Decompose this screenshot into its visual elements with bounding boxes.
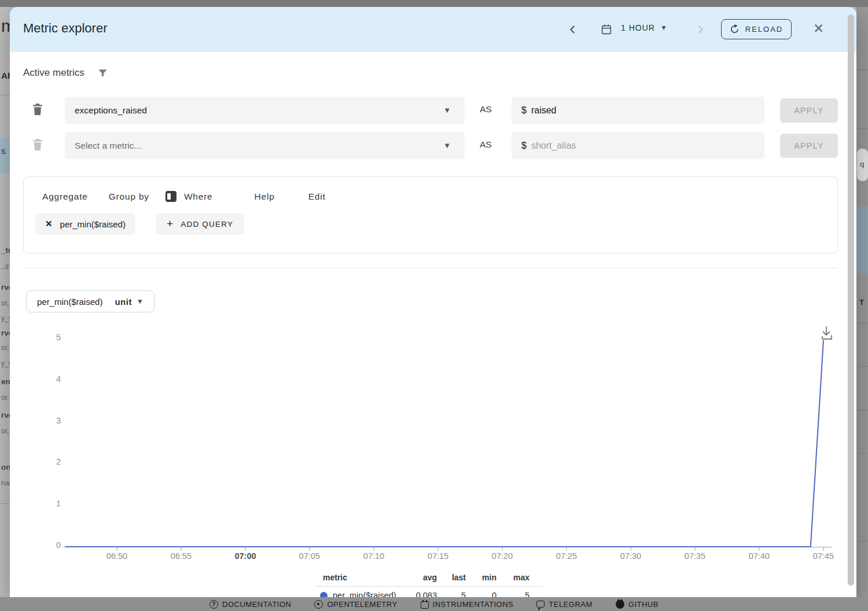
chevron-left-icon — [566, 23, 579, 36]
background-divider — [0, 503, 10, 504]
reload-button[interactable]: RELOAD — [721, 19, 792, 39]
legend-header-metric: metric — [315, 573, 402, 582]
metric-select[interactable]: Select a metric... ▼ — [65, 132, 465, 159]
background-text-fragment: _tr — [1, 246, 10, 255]
delete-metric-icon[interactable] — [31, 102, 44, 117]
window-top-bar — [0, 0, 868, 7]
chevron-down-icon: ▼ — [660, 24, 668, 32]
add-query-button[interactable]: + ADD QUERY — [156, 213, 244, 235]
background-divider — [856, 410, 868, 410]
add-query-label: ADD QUERY — [181, 220, 233, 229]
background-divider — [856, 128, 868, 129]
legend-divider — [315, 586, 542, 587]
time-range-value: 1 HOUR — [621, 23, 655, 32]
background-text-fragment: _g — [1, 262, 9, 269]
background-text-fragment: or, — [1, 393, 9, 402]
x-axis-tick-label: 07:10 — [348, 551, 400, 561]
calendar-button[interactable] — [598, 21, 615, 38]
background-text-fragment: m — [1, 16, 10, 36]
series-name: per_min($raised) — [37, 297, 102, 307]
tab-help[interactable]: Help — [255, 192, 275, 202]
apply-button[interactable]: APPLY — [780, 134, 838, 158]
background-page-left: m AR s _tr _g rve or, y_s rve or, y_s en… — [0, 7, 10, 611]
legend-header-min: min — [466, 573, 496, 582]
time-range-dropdown[interactable]: 1 HOUR ▼ — [621, 23, 668, 32]
x-axis-tick-label: 07:45 — [797, 551, 849, 561]
github-link[interactable]: GITHUB — [616, 600, 659, 609]
legend-header-avg: avg — [402, 573, 437, 582]
legend-header-last: last — [437, 573, 466, 582]
alias-input[interactable]: $ short_alias — [512, 132, 764, 159]
documentation-link[interactable]: ? DOCUMENTATION — [209, 600, 291, 609]
dialog-header: Metric explorer 1 HOUR ▼ RELOAD ✕ — [10, 7, 856, 52]
remove-query-icon[interactable]: ✕ — [45, 219, 53, 229]
x-axis-tick-label: 07:25 — [540, 551, 593, 561]
where-toggle-icon[interactable] — [165, 191, 176, 202]
filter-icon[interactable] — [97, 68, 108, 79]
x-axis-tick-label: 06:55 — [155, 551, 207, 561]
query-tabs: Aggregate Group by Where Help Edit — [42, 191, 326, 202]
alias-input[interactable]: $ raised — [512, 97, 764, 124]
chevron-down-icon: ▼ — [137, 297, 144, 306]
prev-time-button[interactable] — [564, 21, 580, 38]
close-icon[interactable]: ✕ — [813, 21, 824, 36]
delete-metric-icon[interactable] — [31, 137, 44, 152]
background-divider — [856, 541, 868, 542]
tab-group-by[interactable]: Group by — [109, 192, 149, 202]
background-text-fragment: rve — [1, 411, 10, 419]
telegram-icon — [536, 601, 545, 608]
background-text-fragment: y_s — [1, 359, 10, 367]
chart-canvas[interactable] — [10, 331, 846, 558]
chart-legend: metric avg last min max per_min($raised)… — [315, 573, 542, 600]
active-metrics-row: Active metrics — [23, 67, 108, 79]
instrumentations-label: INSTRUMENTATIONS — [433, 600, 514, 609]
x-axis-tick-label: 07:15 — [412, 551, 464, 561]
refresh-icon — [730, 24, 740, 34]
download-icon — [819, 325, 834, 343]
metric-row: exceptions_raised ▼ AS $ raised APPLY — [10, 97, 856, 124]
opentelemetry-icon — [314, 600, 323, 609]
github-label: GITHUB — [628, 600, 659, 609]
instrumentations-link[interactable]: INSTRUMENTATIONS — [421, 600, 514, 609]
background-text-fragment: ons — [1, 463, 10, 472]
telegram-link[interactable]: TELEGRAM — [536, 600, 593, 609]
download-chart-button[interactable] — [819, 325, 834, 345]
background-text-fragment: AR — [1, 71, 10, 80]
background-text-fragment: or, — [1, 427, 9, 435]
section-divider — [23, 268, 838, 268]
background-page-right: q T — [856, 7, 868, 611]
background-text-fragment: ent — [1, 377, 10, 386]
chevron-right-icon — [694, 23, 707, 36]
metric-select[interactable]: exceptions_raised ▼ — [65, 97, 465, 124]
background-selected-row — [856, 207, 868, 273]
unit-label: unit — [115, 297, 132, 307]
metric-row: Select a metric... ▼ AS $ short_alias AP… — [10, 132, 856, 159]
tab-edit[interactable]: Edit — [308, 192, 326, 202]
background-text-fragment: y_s — [1, 314, 10, 322]
alias-prefix: $ — [521, 141, 527, 151]
background-text-fragment: rve — [1, 329, 10, 337]
as-label: AS — [480, 104, 492, 115]
query-chip[interactable]: ✕ per_min($raised) — [35, 213, 135, 235]
background-text-fragment: rve — [1, 283, 10, 292]
background-text-fragment: nar — [1, 479, 10, 487]
opentelemetry-link[interactable]: OPENTELEMETRY — [314, 600, 397, 609]
help-circle-icon: ? — [209, 600, 218, 609]
dialog-title: Metric explorer — [23, 21, 107, 36]
modal-scrollbar[interactable] — [848, 14, 854, 586]
tab-aggregate[interactable]: Aggregate — [42, 192, 88, 202]
active-metrics-label: Active metrics — [23, 67, 84, 79]
opentelemetry-label: OPENTELEMETRY — [327, 600, 397, 609]
page-footer: ? DOCUMENTATION OPENTELEMETRY INSTRUMENT… — [0, 597, 868, 611]
metric-select-value: exceptions_raised — [75, 105, 147, 116]
background-divider — [856, 453, 868, 454]
github-icon — [616, 600, 624, 609]
metric-select-placeholder: Select a metric... — [75, 141, 141, 151]
x-axis-tick-label: 07:35 — [669, 551, 721, 561]
apply-button[interactable]: APPLY — [780, 98, 838, 123]
unit-dropdown[interactable]: unit ▼ — [115, 297, 144, 307]
tab-where[interactable]: Where — [184, 192, 213, 202]
next-time-button[interactable] — [693, 21, 709, 38]
alias-prefix: $ — [521, 105, 527, 116]
calendar-icon — [600, 23, 613, 36]
